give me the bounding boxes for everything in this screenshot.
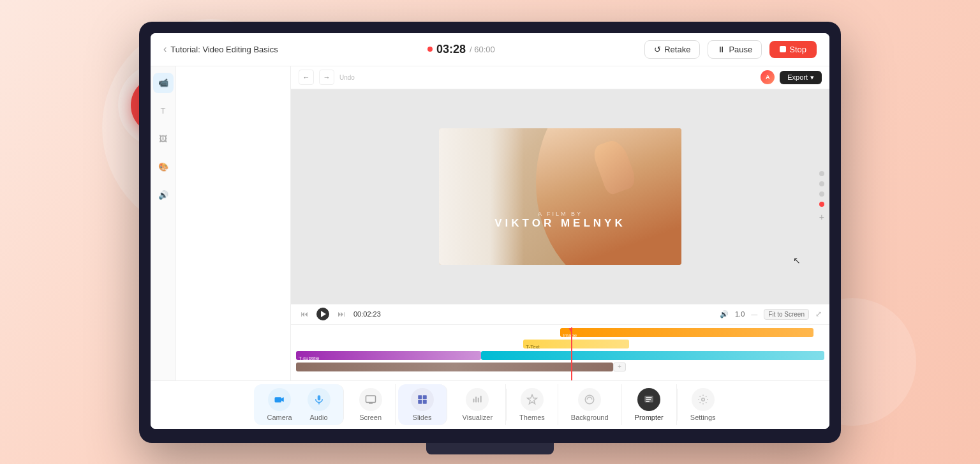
tool-section-background: Background [558, 384, 622, 425]
fit-screen-button[interactable]: Fit to Screen [764, 309, 809, 320]
svg-rect-9 [473, 399, 475, 403]
svg-point-19 [701, 398, 704, 401]
track-clip-photo[interactable] [296, 363, 613, 371]
tracks-container: Image T-Text [296, 327, 824, 378]
timer-area: 03:28 / 60:00 [278, 43, 644, 56]
tool-prompter[interactable]: Prompter [627, 384, 671, 425]
tool-section-settings: Settings [678, 384, 729, 425]
tool-background[interactable]: Background [563, 384, 616, 425]
svg-rect-1 [317, 395, 320, 400]
timeline-time: 00:02:23 [353, 310, 381, 318]
slides-label: Slides [413, 414, 432, 421]
playhead [571, 327, 572, 380]
laptop-base [426, 443, 554, 454]
pause-button[interactable]: ⏸ Pause [708, 40, 762, 59]
tool-themes[interactable]: Themes [512, 384, 553, 425]
film-thumbnail: A FILM BY VIKTOR MELNYK [439, 128, 681, 265]
slide-dot-2[interactable] [819, 181, 824, 186]
svg-rect-7 [418, 400, 422, 404]
track-clip-image[interactable]: Image [560, 328, 813, 337]
themes-label: Themes [519, 414, 545, 421]
slide-dot-3[interactable] [819, 191, 824, 197]
pause-icon: ⏸ [717, 45, 725, 54]
background-tool-icon [578, 388, 601, 411]
bottom-toolbar: Camera Audio Screen [151, 380, 829, 429]
tool-slides[interactable]: Slides [403, 384, 442, 425]
prompter-label: Prompter [635, 414, 664, 421]
volume-value: 1.0 [735, 310, 745, 318]
sidebar-nav-text[interactable]: T [153, 101, 174, 121]
screen-tool-icon [359, 388, 382, 411]
tool-screen[interactable]: Screen [352, 384, 390, 425]
timeline-separator: — [751, 311, 757, 318]
track-clip-subtitle[interactable]: T-subtitle [296, 351, 481, 360]
tool-camera[interactable]: Camera [259, 384, 299, 425]
screen-label: Screen [359, 414, 382, 421]
sidebar-nav-media[interactable]: 🖼 [153, 129, 174, 149]
tool-visualizer[interactable]: Visualizer [455, 384, 501, 425]
svg-marker-13 [527, 395, 537, 404]
curtain-left [439, 128, 524, 265]
timeline-skip-back[interactable]: ⏮ [299, 310, 310, 318]
user-avatar: A [761, 70, 775, 84]
editor-right-panel: ← → Undo A Export ▾ [291, 66, 829, 380]
back-button[interactable]: ‹ Tutorial: Video Editing Basics [163, 43, 278, 55]
tool-section-prompter: Prompter [622, 384, 677, 425]
timeline-tracks: Image T-Text [291, 325, 829, 380]
sidebar-nav-audio[interactable]: 🔊 [153, 185, 174, 206]
tool-settings[interactable]: Settings [683, 384, 724, 425]
laptop-container: ‹ Tutorial: Video Editing Basics 03:28 /… [139, 22, 841, 443]
timeline-play-button[interactable] [316, 308, 329, 320]
retake-label: Retake [664, 45, 690, 54]
visualizer-label: Visualizer [463, 414, 493, 421]
tool-section-screen: Screen [346, 384, 396, 425]
track-add-area: + [613, 363, 626, 371]
tool-audio[interactable]: Audio [300, 384, 338, 425]
slide-dot-1[interactable] [819, 171, 824, 176]
track-row-text: T-Text [296, 339, 824, 349]
sidebar-nav-video[interactable]: 📹 [153, 73, 174, 93]
svg-rect-0 [275, 397, 282, 402]
stop-button[interactable]: Stop [769, 41, 817, 58]
slide-dot-4[interactable] [819, 202, 824, 207]
track-clip-text[interactable]: T-Text [523, 340, 629, 348]
prompter-tool-icon [637, 388, 660, 411]
track-row-subtitle: T-subtitle [296, 350, 824, 361]
export-button[interactable]: Export ▾ [780, 71, 822, 84]
svg-rect-11 [478, 398, 479, 403]
timer-total: / 60:00 [470, 45, 495, 54]
film-main-text: VIKTOR MELNYK [439, 217, 681, 230]
audio-label: Audio [310, 414, 328, 421]
export-chevron-icon: ▾ [810, 73, 814, 82]
svg-rect-5 [418, 395, 422, 399]
slide-nav-dots: + [819, 171, 824, 222]
tool-section-slides: Slides [398, 384, 447, 425]
retake-button[interactable]: ↺ Retake [644, 40, 700, 59]
retake-icon: ↺ [654, 45, 661, 54]
stop-label: Stop [789, 45, 806, 54]
undo-button[interactable]: ← [299, 70, 314, 85]
redo-button[interactable]: → [319, 70, 334, 85]
track-clip-blue[interactable] [481, 351, 824, 360]
recording-indicator [427, 47, 433, 52]
sidebar-nav-filter[interactable]: 🎨 [153, 157, 174, 177]
timeline-skip-forward[interactable]: ⏭ [336, 310, 347, 318]
fullscreen-icon[interactable]: ⤢ [815, 310, 822, 318]
audio-tool-icon [308, 388, 330, 411]
slides-tool-icon [411, 388, 434, 411]
svg-rect-6 [422, 395, 426, 399]
slide-add-icon[interactable]: + [819, 212, 824, 222]
editor-top-bar: ← → Undo A Export ▾ [291, 66, 829, 89]
svg-rect-10 [475, 397, 477, 403]
tool-section-visualizer: Visualizer [450, 384, 507, 425]
stop-icon [780, 46, 786, 52]
camera-label: Camera [267, 414, 292, 421]
tool-section-camera-audio: Camera Audio [254, 384, 343, 425]
volume-icon: 🔊 [720, 310, 729, 318]
play-icon [321, 311, 326, 317]
film-canvas: A FILM BY VIKTOR MELNYK + [291, 89, 829, 304]
timeline-area: ⏮ ⏭ 00:02:23 🔊 1.0 — Fit to Screen ⤢ [291, 304, 829, 380]
track-add-icon[interactable]: + [613, 363, 626, 371]
tool-section-themes: Themes [507, 384, 558, 425]
project-title: Tutorial: Video Editing Basics [170, 45, 278, 54]
